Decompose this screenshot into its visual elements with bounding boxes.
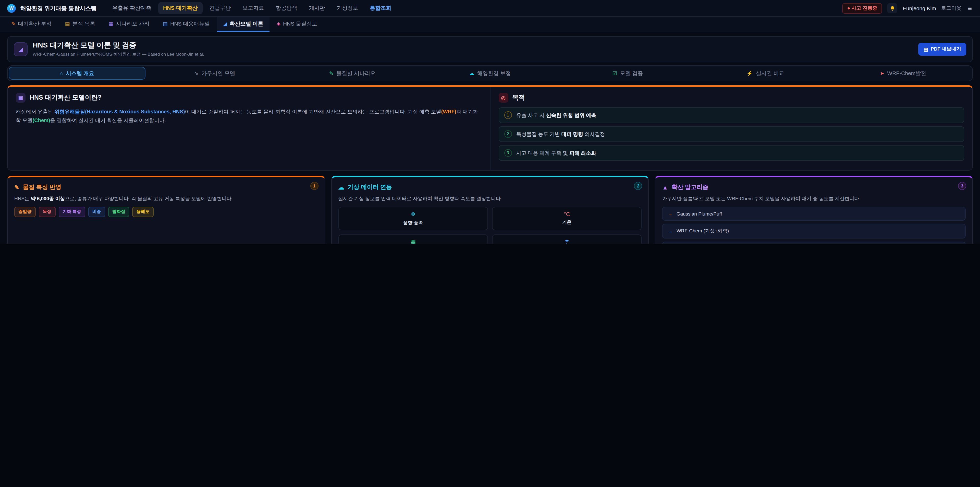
algorithm-item: → WRF-Chem (기상+화학) <box>662 224 966 238</box>
algorithm-item: → Gaussian Plume/Puff <box>662 207 966 220</box>
tab-realtime-comparison[interactable]: ⚡ 실시간 비교 <box>697 67 834 80</box>
weather-box-temperature: °C 기온 <box>492 207 642 230</box>
tab-model-validation[interactable]: ☑ 모델 검증 <box>559 67 696 80</box>
card-title-row: ☁ 기상 데이터 연동 <box>338 184 641 191</box>
target-icon: ◎ <box>498 93 508 103</box>
nav-item-weather-info[interactable]: 기상정보 <box>331 2 363 14</box>
weather-label: 기온 <box>562 219 571 226</box>
nav-item-hns-air-diffusion[interactable]: HNS·대기확산 <box>158 2 203 14</box>
droplet-icon: ☂ <box>564 238 570 243</box>
thermometer-icon: °C <box>564 211 570 217</box>
wind-icon: ❄ <box>410 211 415 217</box>
card-description: 가우시안 플룸/퍼프 모델 또는 WRF-Chem 수치 모델을 사용하여 대기… <box>662 195 966 202</box>
pdf-export-button[interactable]: ▤ PDF 내보내기 <box>918 43 966 56</box>
subnav-item-hns-substance-info[interactable]: ◈ HNS 물질정보 <box>270 17 323 32</box>
algorithm-label: Gaussian Plume/Puff <box>676 211 722 217</box>
tab-label: 물질별 시나리오 <box>337 70 375 77</box>
book-icon: ▣ <box>16 93 25 103</box>
main-navigation: 유출유 확산예측 HNS·대기확산 긴급구난 보고자료 항공탐색 게시판 기상정… <box>107 2 396 14</box>
ruler-triangle-icon: ◢ <box>14 42 27 56</box>
subnav-label: 확산모델 이론 <box>230 20 263 27</box>
purpose-text: 사고 대응 체계 구축 및 피해 최소화 <box>516 149 596 156</box>
intro-highlight-chem: (Chem) <box>33 118 50 123</box>
subnav-item-scenario-management[interactable]: ▦ 시나리오 관리 <box>102 17 156 32</box>
pencil-icon: ✎ <box>11 21 16 27</box>
nav-item-integrated-search[interactable]: 통합조회 <box>365 2 396 14</box>
tag-flash-point: 발화점 <box>108 207 129 217</box>
tab-marine-environment-correction[interactable]: ☁ 해양환경 보정 <box>422 67 558 80</box>
list-icon: ▤ <box>65 21 70 27</box>
checkbox-icon: ☑ <box>612 70 617 76</box>
tab-wrf-chem-evolution[interactable]: ➤ WRF-Chem발전 <box>835 67 971 80</box>
nav-item-emergency-rescue[interactable]: 긴급구난 <box>204 2 236 14</box>
card-weather-data: 2 ☁ 기상 데이터 연동 실시간 기상 정보를 입력 데이터로 사용하여 확산… <box>331 176 649 244</box>
intro-purpose-section: ▣ HNS 대기확산 모델이란? 해상에서 유출된 위험유해물질(Hazardo… <box>7 85 973 171</box>
subnav-label: 시나리오 관리 <box>116 20 150 27</box>
purpose-item: 2 독성물질 농도 기반 대피 명령 의사결정 <box>498 126 964 142</box>
folder-icon: ▦ <box>108 21 113 27</box>
weather-box-stability: ▦ 대기 안정도 <box>338 235 488 243</box>
rocket-icon: ➤ <box>880 70 884 76</box>
home-icon: ⌂ <box>60 70 63 76</box>
tag-evaporation: 증발량 <box>14 207 35 217</box>
brand-title: 해양환경 위기대응 통합시스템 <box>21 4 97 12</box>
tab-system-overview[interactable]: ⌂ 시스템 개요 <box>9 67 145 80</box>
tab-label: 실시간 비교 <box>756 70 784 77</box>
tag-solubility: 용해도 <box>132 207 154 217</box>
sub-navigation: ✎ 대기확산 분석 ▤ 분석 목록 ▦ 시나리오 관리 ▧ HNS 대응매뉴얼 … <box>0 17 980 32</box>
subnav-label: HNS 물질정보 <box>283 20 317 27</box>
number-badge: 2 <box>504 130 512 138</box>
tab-label: 시스템 개요 <box>66 70 94 77</box>
subnav-label: 분석 목록 <box>73 20 95 27</box>
card-substance-properties: 1 ✎ 물질 특성 반영 HNS는 약 6,000종 이상으로, 종류가 매우 … <box>7 176 325 244</box>
property-tags: 증발량 독성 기화 특성 비중 발화점 용해도 <box>14 207 318 217</box>
subnav-item-hns-response-manual[interactable]: ▧ HNS 대응매뉴얼 <box>157 17 216 32</box>
incident-status-badge[interactable]: ● 사고 진행중 <box>842 3 882 14</box>
app-root: W 해양환경 위기대응 통합시스템 유출유 확산예측 HNS·대기확산 긴급구난… <box>0 0 980 244</box>
tab-label: 해양환경 보정 <box>477 70 511 77</box>
nav-item-reports[interactable]: 보고자료 <box>237 2 269 14</box>
intro-panel: ▣ HNS 대기확산 모델이란? 해상에서 유출된 위험유해물질(Hazardo… <box>8 87 490 170</box>
step-number-badge: 1 <box>310 182 318 190</box>
flask-icon: ◈ <box>277 21 280 27</box>
page-subtitle: WRF-Chem·Gaussian Plume/Puff·ROMS·해양환경 보… <box>33 51 204 58</box>
arrow-icon: → <box>668 228 673 234</box>
logout-button[interactable]: 로그아웃 <box>941 5 962 12</box>
tab-label: WRF-Chem발전 <box>887 70 926 77</box>
subnav-item-diffusion-analysis[interactable]: ✎ 대기확산 분석 <box>5 17 58 32</box>
intro-text: 을 결합하여 실시간 대기 확산을 시뮬레이션합니다. <box>50 118 165 123</box>
tag-vaporization: 기화 특성 <box>59 207 85 217</box>
number-badge: 3 <box>504 149 512 157</box>
tag-toxicity: 독성 <box>38 207 56 217</box>
cloud-icon: ☁ <box>469 70 474 76</box>
notification-bell-icon[interactable] <box>887 3 897 13</box>
lightning-icon: ⚡ <box>746 70 753 76</box>
weather-box-humidity: ☂ 습도·강수 <box>492 235 642 243</box>
intro-highlight-hns: 위험유해물질(Hazardous & Noxious Substances, H… <box>54 109 185 114</box>
tab-label: 가우시안 모델 <box>202 70 235 77</box>
tab-substance-scenarios[interactable]: ✎ 물질별 시나리오 <box>284 67 421 80</box>
subnav-item-analysis-list[interactable]: ▤ 분석 목록 <box>59 17 102 32</box>
subnav-item-diffusion-model-theory[interactable]: ◢ 확산모델 이론 <box>217 17 269 32</box>
card-title-row: ▲ 확산 알고리즘 <box>662 184 966 191</box>
tag-specific-gravity: 비중 <box>88 207 105 217</box>
tab-gaussian-model[interactable]: ∿ 가우시안 모델 <box>146 67 283 80</box>
purpose-text: 유출 사고 시 신속한 위험 범위 예측 <box>516 112 596 119</box>
card-diffusion-algorithm: 3 ▲ 확산 알고리즘 가우시안 플룸/퍼프 모델 또는 WRF-Chem 수치… <box>655 176 973 244</box>
purpose-title: 목적 <box>512 93 525 102</box>
card-title: 확산 알고리즘 <box>671 184 708 191</box>
intro-text: 이 대기로 증발하여 퍼지는 농도를 물리·화학적 이론에 기반해 전산으로 모… <box>185 109 441 114</box>
bell-icon <box>890 5 895 11</box>
nav-item-board[interactable]: 게시판 <box>304 2 330 14</box>
intro-title-row: ▣ HNS 대기확산 모델이란? <box>16 93 482 103</box>
content-tab-bar: ⌂ 시스템 개요 ∿ 가우시안 모델 ✎ 물질별 시나리오 ☁ 해양환경 보정 … <box>7 65 973 81</box>
subnav-label: 대기확산 분석 <box>18 20 52 27</box>
ruler-icon: ◢ <box>223 21 227 27</box>
algorithm-item: → ALOHA / CAMEO <box>662 241 966 243</box>
hamburger-menu-icon[interactable]: ≡ <box>967 4 973 12</box>
nav-item-oil-spill-prediction[interactable]: 유출유 확산예측 <box>107 2 156 14</box>
subnav-label: HNS 대응매뉴얼 <box>170 20 210 27</box>
model-components-section: 1 ✎ 물질 특성 반영 HNS는 약 6,000종 이상으로, 종류가 매우 … <box>7 176 973 244</box>
intro-paragraph: 해상에서 유출된 위험유해물질(Hazardous & Noxious Subs… <box>16 107 482 125</box>
nav-item-aerial-search[interactable]: 항공탐색 <box>270 2 302 14</box>
